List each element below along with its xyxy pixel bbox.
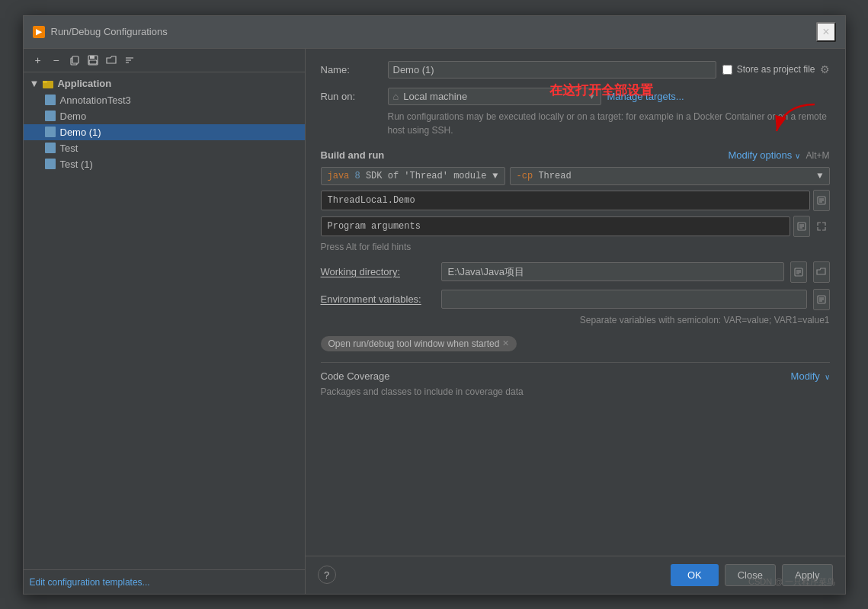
left-panel: + − [24, 49, 306, 594]
ok-button[interactable]: OK [671, 564, 719, 586]
copy-config-button[interactable] [66, 52, 83, 69]
close-window-button[interactable]: × [816, 22, 835, 42]
run-info-text: Run configurations may be executed local… [321, 110, 830, 137]
tree-item-label: Demo [60, 111, 87, 122]
dialog-title: Run/Debug Configurations [51, 26, 168, 37]
run-on-value: Local machine [403, 91, 583, 102]
right-content: Name: Store as project file ⚙ Run on: ⌂ … [306, 49, 845, 556]
coverage-header: Code Coverage Modify ∨ [321, 370, 830, 382]
tag-close-button[interactable]: ✕ [502, 338, 509, 348]
env-vars-icon-button[interactable] [813, 289, 830, 310]
coverage-chevron-icon: ∨ [825, 373, 830, 381]
tree-group-label: Application [57, 78, 111, 89]
run-on-label: Run on: [321, 91, 382, 102]
config-item-icon [45, 159, 56, 169]
chevron-down-icon: ▼ [30, 78, 40, 89]
store-label[interactable]: Store as project file [737, 64, 815, 75]
manage-targets-link[interactable]: Manage targets... [607, 91, 684, 102]
working-dir-input[interactable] [441, 262, 784, 281]
sdk-dropdown-arrow: ▼ [492, 171, 498, 181]
env-vars-label: Environment variables: [321, 293, 435, 305]
tree-item-demo[interactable]: Demo [24, 108, 305, 124]
working-dir-copy-button[interactable] [790, 261, 807, 283]
tree-item-demo1[interactable]: Demo (1) [24, 124, 305, 140]
config-item-icon [45, 111, 56, 121]
config-tree: ▼ Application AnnotationTest3 Demo [24, 72, 305, 569]
tree-group-application[interactable]: ▼ Application [24, 75, 305, 92]
cp-dropdown-arrow: ▼ [817, 171, 822, 181]
tag-row: Open run/debug tool window when started … [321, 336, 830, 351]
remove-config-button[interactable]: − [48, 52, 65, 69]
tree-item-test[interactable]: Test [24, 140, 305, 156]
env-vars-row: Environment variables: [321, 289, 830, 310]
env-hint-text: Separate variables with semicolon: VAR=v… [321, 315, 830, 325]
gear-icon[interactable]: ⚙ [820, 63, 830, 75]
env-vars-input[interactable] [441, 290, 807, 309]
config-item-icon [45, 143, 56, 153]
name-row: Name: Store as project file ⚙ [321, 61, 830, 79]
svg-rect-1 [72, 56, 78, 63]
local-machine-icon: ⌂ [393, 91, 399, 102]
java-sdk-text: java 8 SDK of 'Thread' module [328, 171, 487, 181]
apply-button[interactable]: Apply [782, 564, 833, 586]
coverage-title: Code Coverage [321, 370, 390, 382]
name-input[interactable] [388, 61, 716, 79]
main-class-browse-button[interactable] [813, 190, 830, 211]
right-panel: Name: Store as project file ⚙ Run on: ⌂ … [306, 49, 845, 594]
coverage-modify-link[interactable]: Modify [791, 370, 820, 382]
tree-item-test1[interactable]: Test (1) [24, 156, 305, 172]
edit-templates-link[interactable]: Edit configuration templates... [30, 577, 150, 588]
svg-rect-9 [43, 81, 47, 83]
run-on-dropdown-arrow: ▼ [588, 92, 596, 101]
run-on-row: Run on: ⌂ Local machine ▼ Manage targets… [321, 88, 830, 105]
tag-label: Open run/debug tool window when started [328, 338, 500, 349]
program-args-expand-button[interactable] [813, 216, 830, 237]
config-item-icon [45, 95, 56, 105]
build-run-section-header: Build and run Modify options ∨ Alt+M [321, 149, 830, 161]
help-button[interactable]: ? [318, 566, 336, 584]
tree-item-annotationtest3[interactable]: AnnotationTest3 [24, 92, 305, 108]
working-dir-folder-button[interactable] [813, 261, 830, 283]
modify-chevron-icon: ∨ [795, 152, 800, 160]
footer-buttons: OK Close Apply [671, 564, 833, 586]
add-config-button[interactable]: + [30, 52, 46, 69]
close-button[interactable]: Close [725, 564, 776, 586]
sdk-row: java 8 SDK of 'Thread' module ▼ -cp Thre… [321, 167, 830, 185]
save-config-button[interactable] [85, 52, 101, 69]
folder-config-button[interactable] [103, 52, 120, 69]
dialog-body: + − [24, 49, 845, 594]
name-label: Name: [321, 64, 382, 75]
field-hint-text: Press Alt for field hints [321, 242, 830, 252]
build-run-title: Build and run [321, 149, 385, 161]
config-toolbar: + − [24, 49, 305, 72]
app-icon: ▶ [33, 26, 45, 38]
title-bar: ▶ Run/Debug Configurations × [24, 16, 845, 49]
svg-rect-4 [89, 60, 97, 64]
run-debug-dialog: ▶ Run/Debug Configurations × + − [23, 15, 846, 595]
config-item-icon [45, 127, 56, 137]
store-checkbox-row: Store as project file ⚙ [722, 63, 830, 75]
program-args-input[interactable] [321, 216, 790, 236]
cp-text: -cp Thread [517, 171, 572, 181]
tree-item-label: Test (1) [60, 159, 93, 170]
java-sdk-dropdown[interactable]: java 8 SDK of 'Thread' module ▼ [321, 167, 505, 185]
sort-config-button[interactable] [121, 52, 138, 69]
main-class-row [321, 190, 830, 211]
working-dir-row: Working directory: [321, 261, 830, 283]
application-folder-icon [42, 78, 54, 90]
working-dir-label: Working directory: [321, 266, 435, 277]
coverage-modify-area: Modify ∨ [791, 370, 830, 382]
tree-item-label: Test [60, 143, 78, 154]
left-footer: Edit configuration templates... [24, 569, 305, 594]
title-bar-left: ▶ Run/Debug Configurations [33, 26, 168, 38]
program-args-icon-button[interactable] [793, 216, 810, 237]
store-checkbox[interactable] [722, 65, 732, 75]
tree-item-label: Demo (1) [60, 127, 101, 138]
main-class-input[interactable] [321, 191, 810, 210]
tree-item-label: AnnotationTest3 [60, 95, 131, 106]
run-on-dropdown[interactable]: ⌂ Local machine ▼ [388, 88, 601, 105]
modify-options-link[interactable]: Modify options [728, 149, 792, 161]
modify-options-area: Modify options ∨ Alt+M [728, 149, 829, 161]
debug-tool-tag: Open run/debug tool window when started … [321, 336, 517, 351]
cp-dropdown[interactable]: -cp Thread ▼ [510, 167, 830, 185]
